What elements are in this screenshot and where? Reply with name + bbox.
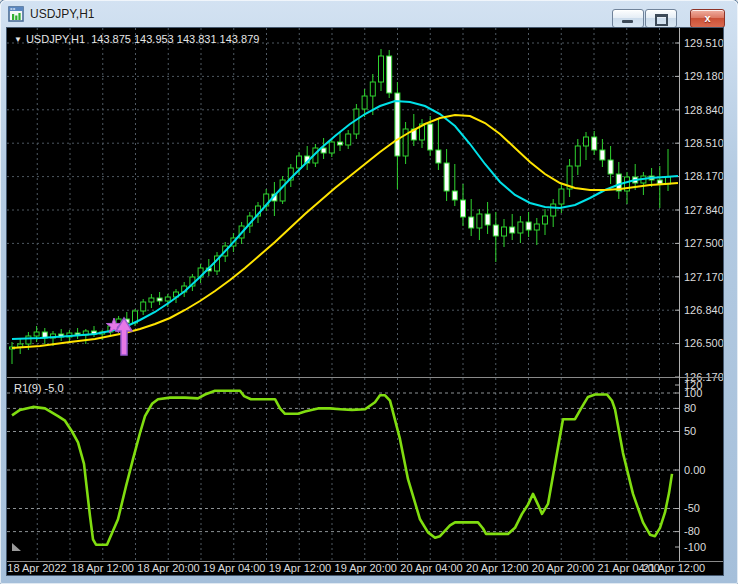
price-axis-label: 127.170 bbox=[684, 271, 723, 283]
price-axis-label: 129.180 bbox=[684, 70, 723, 82]
bull-candle bbox=[370, 82, 375, 96]
bear-candle bbox=[452, 191, 457, 200]
bull-candle bbox=[346, 134, 351, 145]
bull-candle bbox=[362, 96, 367, 109]
bear-candle bbox=[387, 56, 392, 93]
bear-candle bbox=[444, 163, 449, 191]
price-axis-label: 127.840 bbox=[684, 204, 723, 216]
bear-candle bbox=[436, 150, 441, 163]
bull-candle bbox=[502, 227, 507, 236]
restore-icon bbox=[655, 14, 668, 26]
time-axis-label: 20 Apr 20:00 bbox=[532, 562, 594, 574]
chart-window: USDJPY,H1 x 129.510129.180128.840128.510… bbox=[0, 0, 738, 584]
close-icon: x bbox=[691, 10, 724, 27]
bear-candle bbox=[526, 222, 531, 230]
restore-button[interactable] bbox=[645, 9, 677, 28]
price-axis-label: 128.510 bbox=[684, 137, 723, 149]
minimize-icon bbox=[622, 20, 633, 23]
bull-candle bbox=[280, 180, 285, 201]
bull-candle bbox=[297, 156, 302, 168]
time-axis-label: 19 Apr 04:00 bbox=[203, 562, 265, 574]
chart-window-icon bbox=[8, 6, 24, 22]
chart-symbol-period: USDJPY,H1 bbox=[26, 33, 85, 45]
bull-candle bbox=[584, 137, 589, 146]
bear-candle bbox=[510, 227, 515, 233]
bear-candle bbox=[493, 225, 498, 236]
bull-candle bbox=[34, 332, 39, 336]
time-axis-label: 19 Apr 12:00 bbox=[269, 562, 331, 574]
time-axis-label: 18 Apr 20:00 bbox=[137, 562, 199, 574]
indicator-axis-label: 50 bbox=[684, 425, 696, 437]
bull-candle bbox=[141, 302, 146, 311]
bull-candle bbox=[534, 224, 539, 230]
time-axis-label: 19 Apr 20:00 bbox=[335, 562, 397, 574]
time-axis-label: 21 Apr 12:00 bbox=[643, 562, 705, 574]
time-axis-label: 20 Apr 04:00 bbox=[400, 562, 462, 574]
price-axis-label: 129.510 bbox=[684, 37, 723, 49]
bull-candle bbox=[518, 222, 523, 233]
bear-candle bbox=[157, 298, 162, 301]
indicator-axis-label: 0.00 bbox=[684, 464, 705, 476]
price-axis-label: 128.840 bbox=[684, 104, 723, 116]
indicator-axis-label: -50 bbox=[684, 502, 700, 514]
chart-client-area[interactable]: 129.510129.180128.840128.510128.170127.8… bbox=[7, 28, 723, 575]
bull-candle bbox=[575, 146, 580, 166]
bear-candle bbox=[592, 137, 597, 150]
minimize-button[interactable] bbox=[612, 9, 644, 28]
bull-candle bbox=[329, 142, 334, 153]
close-button[interactable]: x bbox=[690, 9, 725, 28]
bull-candle bbox=[559, 189, 564, 204]
bull-candle bbox=[551, 204, 556, 216]
indicator-axis-label: -80 bbox=[684, 525, 700, 537]
time-axis-label: 18 Apr 12:00 bbox=[72, 562, 134, 574]
bull-candle bbox=[477, 214, 482, 228]
bear-candle bbox=[321, 148, 326, 153]
oscillator-line bbox=[12, 391, 672, 545]
bear-candle bbox=[428, 124, 433, 150]
bull-candle bbox=[165, 297, 170, 301]
indicator-label: R1(9) -5.0 bbox=[14, 382, 64, 394]
price-axis-label: 126.840 bbox=[684, 304, 723, 316]
chart-shift-marker bbox=[12, 543, 21, 551]
chart-ohlc-values: 143.875 143.953 143.831 143.879 bbox=[91, 33, 259, 45]
time-axis-label: 20 Apr 12:00 bbox=[466, 562, 528, 574]
bull-candle bbox=[26, 336, 31, 344]
bear-candle bbox=[469, 217, 474, 228]
price-axis-label: 127.500 bbox=[684, 237, 723, 249]
title-bar[interactable]: USDJPY,H1 x bbox=[0, 0, 738, 28]
bear-candle bbox=[338, 142, 343, 145]
indicator-axis-label: -100 bbox=[684, 541, 706, 553]
chart-canvas[interactable]: 129.510129.180128.840128.510128.170127.8… bbox=[7, 28, 723, 575]
bear-candle bbox=[485, 214, 490, 225]
indicator-axis-label: 80 bbox=[684, 402, 696, 414]
bear-candle bbox=[608, 160, 613, 174]
bull-candle bbox=[149, 298, 154, 302]
price-axis-label: 128.170 bbox=[684, 170, 723, 182]
bear-candle bbox=[461, 200, 466, 217]
window-title: USDJPY,H1 bbox=[30, 0, 94, 28]
ma-fast-line bbox=[12, 101, 678, 339]
indicator-axis-label: 100 bbox=[684, 387, 702, 399]
price-axis-label: 126.500 bbox=[684, 337, 723, 349]
time-axis-label: 18 Apr 2022 bbox=[7, 562, 66, 574]
bull-candle bbox=[379, 56, 384, 82]
bear-candle bbox=[600, 150, 605, 160]
bear-candle bbox=[395, 93, 400, 156]
chevron-down-icon: ▼ bbox=[14, 35, 22, 44]
bull-candle bbox=[543, 216, 548, 224]
chart-header: ▼USDJPY,H1 143.875 143.953 143.831 143.8… bbox=[14, 33, 259, 45]
